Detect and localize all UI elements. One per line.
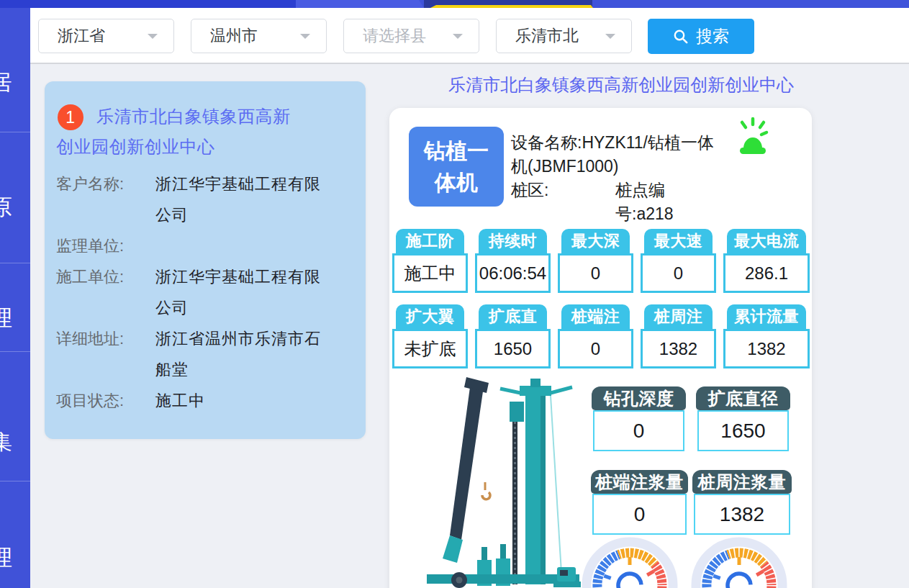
- device-type-badge: 钻植一体机: [409, 127, 504, 207]
- stat-max-speed: 最大速0: [641, 229, 716, 293]
- top-strip-tab-segment: [296, 0, 424, 8]
- search-icon: [673, 29, 689, 45]
- top-strip-dark-segment: [0, 0, 298, 8]
- sidebar-item-4[interactable]: 集: [0, 430, 12, 454]
- search-button[interactable]: 搜索: [648, 19, 754, 54]
- big-stat-tip-grout-volume: 桩端注浆量0: [591, 470, 688, 535]
- big-stat-side-grout-volume: 桩周注浆量1382: [692, 470, 792, 535]
- project-row-builder: 施工单位: 浙江华宇基础工程有限公司: [56, 261, 354, 323]
- sidebar-divider: [0, 351, 30, 352]
- device-status-siren-icon: [733, 117, 772, 157]
- stat-tip-grout: 桩端注0: [558, 304, 633, 368]
- big-stat-base-diameter: 扩底直径1650: [696, 386, 790, 451]
- project-row-address: 详细地址: 浙江省温州市乐清市石船堂: [56, 323, 354, 385]
- sidebar-item-5[interactable]: 理: [0, 546, 12, 570]
- sidebar-divider: [0, 132, 30, 132]
- device-name: 设备名称:HYZK11/钻植一体机(JBMF1000): [511, 131, 727, 178]
- filter-bar: 浙江省 温州市 请选择县 乐清市北 搜索: [30, 8, 909, 64]
- stat-duration: 持续时06:06:54: [475, 229, 551, 293]
- project-card[interactable]: 1乐清市北白象镇象西高新创业园创新创业中心 客户名称: 浙江华宇基础工程有限公司…: [45, 81, 366, 439]
- site-select[interactable]: 乐清市北: [496, 19, 632, 53]
- pile-number-label: 桩点编号:a218: [615, 178, 676, 226]
- city-select[interactable]: 温州市: [191, 19, 327, 53]
- sidebar-nav: 居 原 理 集 理: [0, 8, 30, 588]
- drill-rig-illustration: [391, 360, 600, 588]
- sidebar-divider: [0, 263, 30, 263]
- device-card: 钻植一体机 设备名称:HYZK11/钻植一体机(JBMF1000) 桩区: 桩点…: [389, 108, 812, 588]
- big-stat-drill-depth: 钻孔深度0: [592, 386, 686, 451]
- sidebar-item-3[interactable]: 理: [0, 306, 12, 330]
- sidebar-item-2[interactable]: 原: [0, 195, 12, 220]
- site-title[interactable]: 乐清市北白象镇象西高新创业园创新创业中心: [389, 73, 854, 96]
- chevron-down-icon: [453, 34, 463, 44]
- project-row-customer: 客户名称: 浙江华宇基础工程有限公司: [56, 168, 354, 230]
- device-info: 设备名称:HYZK11/钻植一体机(JBMF1000) 桩区: 桩点编号:a21…: [511, 131, 727, 226]
- stat-expand-diameter: 扩底直1650: [475, 304, 551, 368]
- province-select[interactable]: 浙江省: [38, 19, 174, 53]
- stat-stage: 施工阶施工中: [392, 229, 468, 293]
- sidebar-divider: [0, 481, 30, 481]
- project-index-badge: 1: [58, 104, 83, 130]
- stat-wing: 扩大翼未扩底: [392, 304, 468, 368]
- project-row-status: 项目状态: 施工中: [56, 385, 354, 416]
- chevron-down-icon: [605, 34, 615, 44]
- top-strip: [0, 0, 909, 8]
- project-detail-rows: 客户名称: 浙江华宇基础工程有限公司 监理单位: 施工单位: 浙江华宇基础工程有…: [56, 168, 354, 416]
- pile-zone-label: 桩区:: [511, 178, 615, 226]
- gauge-chart-right: [685, 531, 793, 588]
- sidebar-item-1[interactable]: 居: [0, 71, 12, 95]
- stat-max-depth: 最大深0: [558, 229, 633, 293]
- chevron-down-icon: [148, 34, 158, 44]
- county-select[interactable]: 请选择县: [343, 19, 479, 53]
- app-window: 居 原 理 集 理 浙江省 温州市 请选择县 乐清市北 搜索: [0, 0, 909, 588]
- chevron-down-icon: [300, 34, 310, 44]
- stat-max-current: 最大电流286.1: [723, 229, 810, 293]
- project-title[interactable]: 1乐清市北白象镇象西高新创业园创新创业中心: [56, 101, 304, 162]
- stat-total-flow: 累计流量1382: [723, 304, 810, 368]
- stat-side-grout: 桩周注1382: [641, 304, 716, 368]
- project-row-supervisor: 监理单位:: [56, 230, 354, 261]
